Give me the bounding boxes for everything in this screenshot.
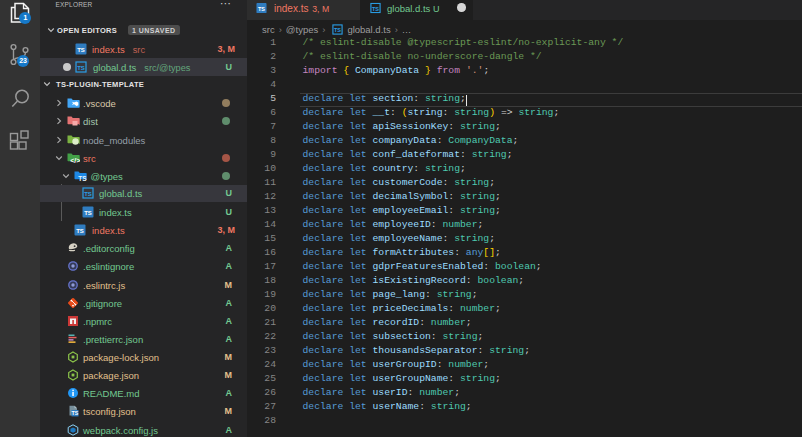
svg-text:TS: TS	[84, 210, 92, 216]
svg-text:TS: TS	[72, 411, 79, 417]
svg-text:TS: TS	[334, 27, 341, 33]
svg-text:TS: TS	[76, 228, 84, 234]
svg-text:TS: TS	[78, 174, 87, 181]
svg-text:TS: TS	[372, 5, 379, 11]
svg-text:TS: TS	[77, 47, 85, 53]
svg-text:TS: TS	[258, 5, 265, 11]
svg-text:TS: TS	[77, 65, 85, 71]
svg-text:TS: TS	[84, 191, 92, 197]
svg-text:</>: </>	[70, 156, 80, 163]
